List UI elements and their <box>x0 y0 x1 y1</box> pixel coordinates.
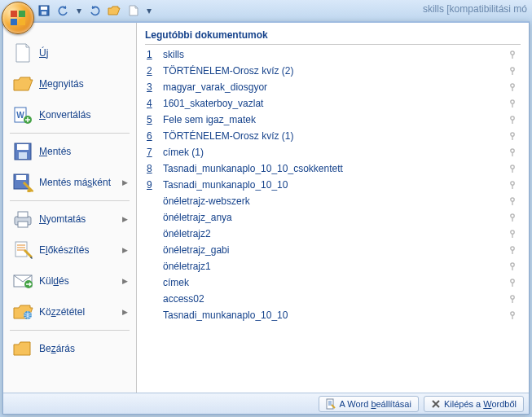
recent-item[interactable]: 41601_skaterboy_vazlat <box>145 95 521 112</box>
pin-icon[interactable] <box>506 276 519 289</box>
exit-word-button[interactable]: Kilépés a Wordből <box>424 396 524 412</box>
menu-convert-label: Konvertálás <box>39 109 128 121</box>
menu-open[interactable]: Megnyitás <box>7 68 133 99</box>
menu-close[interactable]: Bezárás <box>7 333 133 364</box>
menu-save[interactable]: Mentés <box>7 136 133 167</box>
pin-icon[interactable] <box>506 129 519 143</box>
recent-item-number: 4 <box>147 98 158 109</box>
recent-item-number: 5 <box>147 114 158 125</box>
recent-item[interactable]: önéletrajz2 <box>145 226 521 242</box>
pin-icon[interactable] <box>506 48 519 61</box>
menu-send[interactable]: Küldés ▶ <box>7 266 133 296</box>
recent-documents-panel: Legutóbbi dokumentumok 1skills2TÖRTÉNELE… <box>137 23 529 393</box>
convert-icon: W <box>11 104 34 125</box>
office-menu: Új Megnyitás W Konvertálás Mentés <box>2 21 530 415</box>
recent-item-number: 6 <box>147 130 158 142</box>
menu-prepare-label: Előkészítés <box>39 244 119 256</box>
recent-item[interactable]: 8Tasnadi_munkanaplo_10_10_csokkentett <box>145 160 521 177</box>
recent-item[interactable]: Tasnadi_munkanaplo_10_10 <box>145 307 521 323</box>
pin-icon[interactable] <box>506 146 519 159</box>
recent-item[interactable]: önéletrajz_anya <box>145 209 521 226</box>
svg-point-22 <box>511 51 514 55</box>
qat-save-button[interactable] <box>36 2 52 19</box>
recent-item[interactable]: 2TÖRTÉNELEM-Orosz kvíz (2) <box>145 63 521 79</box>
recent-item[interactable]: 5Fele sem igaz_matek <box>145 112 521 128</box>
recent-item-label: címek (1) <box>163 147 506 158</box>
qat-undo-dropdown[interactable]: ▾ <box>75 2 83 19</box>
office-menu-left: Új Megnyitás W Konvertálás Mentés <box>3 23 137 393</box>
recent-item[interactable]: 1skills <box>145 46 521 63</box>
close-icon <box>11 338 34 359</box>
recent-item-label: TÖRTÉNELEM-Orosz kvíz (1) <box>163 130 506 142</box>
recent-item-number: 2 <box>147 65 158 77</box>
pin-icon[interactable] <box>506 260 519 273</box>
svg-point-33 <box>511 230 514 234</box>
pin-icon[interactable] <box>506 227 519 240</box>
print-icon <box>11 208 34 230</box>
pin-icon[interactable] <box>506 178 519 191</box>
qat-redo-button[interactable] <box>86 2 103 19</box>
menu-open-label: Megnyitás <box>39 78 128 90</box>
svg-rect-17 <box>18 222 28 227</box>
menu-convert[interactable]: W Konvertálás <box>7 99 133 130</box>
recent-item-number: 8 <box>147 163 158 174</box>
submenu-arrow-icon: ▶ <box>122 178 128 187</box>
quick-access-toolbar: ▾ ▾ <box>36 0 153 21</box>
recent-item-label: Tasnadi_munkanaplo_10_10 <box>163 179 506 191</box>
open-icon <box>11 73 34 94</box>
pin-icon[interactable] <box>506 309 519 322</box>
pin-icon[interactable] <box>506 292 519 305</box>
qat-customize-dropdown[interactable]: ▾ <box>145 2 153 19</box>
recent-item[interactable]: 9Tasnadi_munkanaplo_10_10 <box>145 177 521 193</box>
recent-header: Legutóbbi dokumentumok <box>145 29 521 45</box>
recent-item-label: 1601_skaterboy_vazlat <box>163 98 506 109</box>
exit-icon <box>431 399 441 409</box>
submenu-arrow-icon: ▶ <box>122 246 128 254</box>
recent-item[interactable]: 3magyar_varak_diosgyor <box>145 79 521 95</box>
recent-item[interactable]: access02 <box>145 291 521 307</box>
pin-icon[interactable] <box>506 195 519 208</box>
saveas-icon <box>11 172 34 193</box>
svg-rect-5 <box>11 19 17 25</box>
menu-new[interactable]: Új <box>7 37 133 68</box>
office-button[interactable] <box>2 2 34 34</box>
svg-point-29 <box>511 165 514 169</box>
svg-rect-4 <box>19 11 25 17</box>
recent-item-label: skills <box>163 49 506 60</box>
recent-item[interactable]: önéletrajz-webszerk <box>145 193 521 209</box>
recent-item[interactable]: 7címek (1) <box>145 144 521 160</box>
pin-icon[interactable] <box>506 64 519 77</box>
exit-word-label: Kilépés a Wordből <box>444 399 517 409</box>
recent-item[interactable]: önéletrajz_gabi <box>145 242 521 258</box>
recent-item-number: 1 <box>147 49 158 60</box>
recent-item-number: 3 <box>147 81 158 93</box>
qat-open-button[interactable] <box>106 2 122 19</box>
svg-rect-14 <box>16 175 26 180</box>
menu-prepare[interactable]: Előkészítés ▶ <box>7 235 133 266</box>
save-icon <box>11 141 34 162</box>
word-options-label: A Word beállításai <box>339 399 411 409</box>
pin-icon[interactable] <box>506 97 519 110</box>
pin-icon[interactable] <box>506 113 519 126</box>
recent-item[interactable]: címek <box>145 274 521 291</box>
word-options-button[interactable]: A Word beállításai <box>319 396 418 412</box>
qat-new-button[interactable] <box>125 2 142 19</box>
pin-icon[interactable] <box>506 81 519 94</box>
qat-undo-button[interactable] <box>55 2 72 19</box>
recent-item-label: önéletrajz_gabi <box>163 244 506 256</box>
menu-saveas[interactable]: Mentés másként ▶ <box>7 167 133 198</box>
menu-print[interactable]: Nyomtatás ▶ <box>7 204 133 235</box>
recent-item[interactable]: 6TÖRTÉNELEM-Orosz kvíz (1) <box>145 128 521 144</box>
pin-icon[interactable] <box>506 244 519 257</box>
pin-icon[interactable] <box>506 211 519 224</box>
recent-item-label: Tasnadi_munkanaplo_10_10 <box>163 309 506 321</box>
menu-publish[interactable]: Közzététel ▶ <box>7 296 133 327</box>
svg-point-25 <box>511 100 514 103</box>
menu-publish-label: Közzététel <box>39 306 119 318</box>
svg-point-28 <box>511 149 514 152</box>
svg-rect-16 <box>18 212 28 217</box>
svg-rect-12 <box>19 152 27 159</box>
recent-item[interactable]: önéletrajz1 <box>145 258 521 274</box>
recent-item-label: TÖRTÉNELEM-Orosz kvíz (2) <box>163 65 506 77</box>
pin-icon[interactable] <box>506 162 519 175</box>
